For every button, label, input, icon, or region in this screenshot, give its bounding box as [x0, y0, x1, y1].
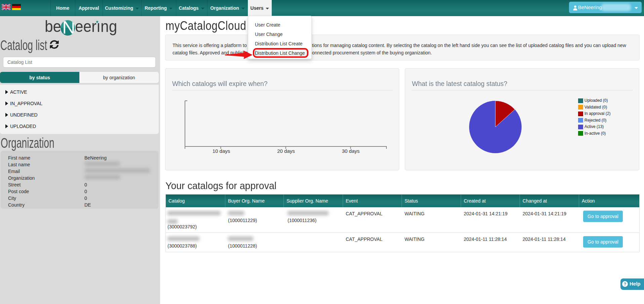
- svg-text:20 days: 20 days: [277, 148, 295, 154]
- svg-text:10 days: 10 days: [213, 148, 230, 154]
- svg-text:30 days: 30 days: [342, 148, 360, 154]
